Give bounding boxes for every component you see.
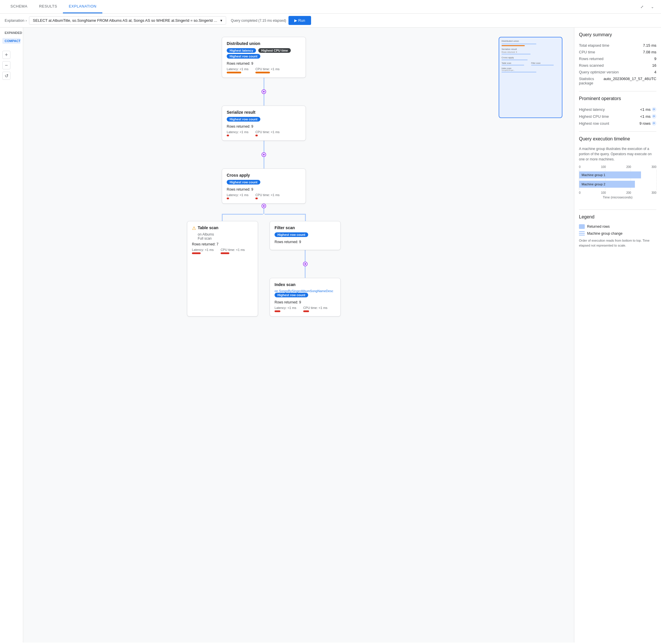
- table-latency-label: Latency: <1 ms: [192, 248, 214, 252]
- serialize-result-node: Serialize result Highest row count Rows …: [222, 106, 306, 141]
- filter-scan-title: Filter scan: [275, 225, 336, 230]
- split-vert-right: [305, 214, 306, 221]
- table-scan-metrics: Latency: <1 ms CPU time: <1 ms: [192, 248, 253, 254]
- axis-b-0: 0: [579, 191, 581, 194]
- filter-connector: [305, 250, 306, 262]
- prominent-link-2-icon[interactable]: ⟳: [652, 121, 656, 125]
- prominent-link-1-icon[interactable]: ⟳: [652, 114, 656, 119]
- index-scan-subtitle: on SongsBySingerAlbumSongNameDesc: [275, 289, 336, 293]
- latency-label: Latency: <1 ms: [227, 67, 249, 71]
- filter-scan-rows: Rows returned: 9: [275, 240, 336, 244]
- index-scan-rows: Rows returned: 9: [275, 300, 336, 304]
- tab-schema[interactable]: SCHEMA: [5, 0, 33, 13]
- center-panel[interactable]: Distributed union Serialize result Rows …: [23, 27, 574, 643]
- timeline-x-label: Time (microseconds): [579, 196, 656, 199]
- prominent-link-0-icon[interactable]: ⟳: [652, 107, 656, 112]
- tab-list: SCHEMA RESULTS EXPLANATION: [5, 0, 102, 13]
- distributed-union-rows: Rows returned: 9: [227, 62, 301, 66]
- right-panel: Query summary Total elapsed time 7.15 ms…: [574, 27, 661, 643]
- left-panel: EXPANDED COMPACT + − ↺: [0, 27, 23, 643]
- timeline-axis-top: 0 100 200 300: [579, 165, 656, 168]
- table-scan-node: ⚠ Table scan on Albums Full scan Rows re…: [187, 221, 258, 317]
- run-button[interactable]: ▶ Run: [288, 16, 311, 25]
- legend-label-0: Returned rows: [587, 225, 610, 229]
- timeline-section: Query execution timeline A machine group…: [579, 136, 656, 205]
- table-scan-subtitle1: on Albums: [198, 232, 218, 236]
- timeline-bar-1: Machine group 1: [579, 171, 641, 178]
- stat-label-5: Statistics package: [579, 76, 604, 85]
- prominent-label-0: Highest latency: [579, 107, 605, 112]
- table-scan-title: Table scan: [198, 225, 218, 230]
- split-down: [263, 208, 264, 214]
- cross-cpu-label: CPU time: <1 ms: [255, 193, 280, 197]
- stat-label-2: Rows returned: [579, 56, 604, 61]
- legend-title: Legend: [579, 214, 656, 220]
- filter-scan-node: Filter scan Highest row count Rows retur…: [269, 221, 341, 250]
- timeline-desc: A machine group illustrates the executio…: [579, 146, 656, 162]
- connector-diamond-2: [261, 152, 266, 157]
- stat-row-2: Rows returned 9: [579, 55, 656, 62]
- legend-item-0: Returned rows: [579, 224, 656, 229]
- table-cpu-bar: [221, 252, 229, 254]
- connector-2: [263, 141, 264, 152]
- timeline-title: Query execution timeline: [579, 136, 656, 142]
- zoom-out-button[interactable]: −: [2, 61, 10, 69]
- filter-row-badge: Highest row count: [275, 232, 308, 237]
- highest-latency-badge: Highest latency: [227, 48, 256, 53]
- stat-row-1: CPU time 7.08 ms: [579, 49, 656, 55]
- timeline-bar-2-label: Machine group 2: [582, 182, 605, 186]
- stat-value-3: 16: [652, 63, 656, 68]
- prominent-operators-list: Highest latency <1 ms ⟳ Highest CPU time…: [579, 106, 656, 127]
- legend-box-striped: [579, 231, 585, 236]
- query-summary-title: Query summary: [579, 32, 656, 38]
- index-scan-metrics: Latency: <1 ms CPU time: <1 ms: [275, 306, 336, 312]
- grid-line-3: [656, 170, 657, 190]
- table-scan-header: ⚠ Table scan on Albums Full scan: [192, 225, 253, 240]
- cross-latency-label: Latency: <1 ms: [227, 193, 249, 197]
- stat-value-1: 7.08 ms: [643, 50, 656, 54]
- prominent-label-2: Highest row count: [579, 121, 609, 125]
- stat-row-0: Total elapsed time 7.15 ms: [579, 42, 656, 49]
- plan-container: Distributed union Highest latency Highes…: [32, 37, 495, 317]
- cpu-bar: [255, 72, 270, 73]
- axis-0: 0: [579, 165, 581, 168]
- prominent-label-1: Highest CPU time: [579, 114, 609, 119]
- index-cpu-bar: [303, 310, 309, 312]
- mini-diagram: Distributed union Serialize result Rows …: [499, 37, 562, 118]
- divider-3: [579, 209, 656, 210]
- timeline-chart: 0 100 200 300 Machine group 1: [579, 165, 656, 205]
- refresh-button[interactable]: ↺: [2, 72, 10, 80]
- table-cpu-label: CPU time: <1 ms: [221, 248, 245, 252]
- serialize-row-badge: Highest row count: [227, 117, 260, 121]
- query-selector[interactable]: SELECT al.AlbumTitle, so.SongName FROM A…: [29, 16, 226, 25]
- cross-cpu-bar: [255, 198, 258, 199]
- stat-value-5: auto_20230608_17_57_46UTC: [604, 76, 656, 85]
- tab-results[interactable]: RESULTS: [33, 0, 63, 13]
- main-layout: EXPANDED COMPACT + − ↺ Distributed union…: [0, 27, 661, 643]
- serialize-result-title: Serialize result: [227, 110, 301, 115]
- tab-explanation[interactable]: EXPLANATION: [63, 0, 102, 13]
- stat-label-4: Query optimizer version: [579, 70, 619, 74]
- cross-rows: Rows returned: 9: [227, 187, 301, 191]
- split-horiz-right: [265, 214, 306, 215]
- index-latency-label: Latency: <1 ms: [275, 306, 296, 309]
- index-row-badge: Highest row count: [275, 293, 308, 297]
- breadcrumb-chevron-icon: ›: [25, 18, 27, 23]
- table-scan-rows: Rows returned: 7: [192, 242, 253, 246]
- zoom-in-button[interactable]: +: [2, 51, 10, 59]
- compact-view-button[interactable]: COMPACT: [2, 38, 21, 44]
- stat-label-0: Total elapsed time: [579, 43, 609, 48]
- fullscreen-icon[interactable]: ⤢: [638, 3, 646, 11]
- legend-box-solid: [579, 224, 585, 229]
- expanded-view-button[interactable]: EXPANDED: [2, 30, 21, 36]
- distributed-union-metrics: Latency: <1 ms CPU time: <1 ms: [227, 67, 301, 73]
- stat-label-3: Rows scanned: [579, 63, 604, 68]
- serialize-latency-label: Latency: <1 ms: [227, 130, 249, 134]
- latency-bar: [227, 72, 241, 73]
- connector-1b: [263, 94, 264, 106]
- expand-icon[interactable]: ⌄: [648, 3, 656, 11]
- prominent-row-0: Highest latency <1 ms ⟳: [579, 106, 656, 113]
- connector-1: [263, 78, 264, 89]
- legend-label-1: Machine group change: [587, 231, 622, 235]
- query-summary-stats: Total elapsed time 7.15 ms CPU time 7.08…: [579, 42, 656, 87]
